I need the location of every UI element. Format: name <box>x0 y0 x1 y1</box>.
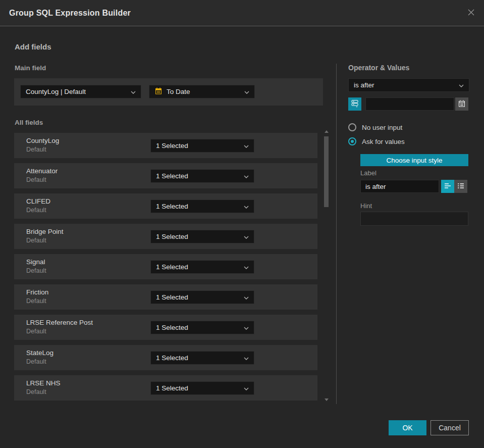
main-field-select-value: CountyLog | Default <box>26 88 127 95</box>
chevron-down-icon <box>244 88 249 95</box>
field-selected-value: 1 Selected <box>156 203 240 210</box>
field-selected-value: 1 Selected <box>156 324 240 331</box>
ok-button[interactable]: OK <box>389 420 426 435</box>
field-selected-dropdown[interactable]: 1 Selected <box>150 260 254 274</box>
date-field-select-value: To Date <box>167 88 240 95</box>
chevron-down-icon <box>244 263 249 271</box>
field-row: LRSE NHSDefault1 Selected <box>14 375 317 401</box>
chevron-down-icon <box>244 293 249 301</box>
field-row: AttenuatorDefault1 Selected <box>14 163 317 188</box>
scroll-up-arrow-icon[interactable] <box>325 130 329 133</box>
calendar-icon <box>458 99 466 109</box>
field-selected-value: 1 Selected <box>156 354 240 362</box>
chevron-down-icon <box>244 172 249 180</box>
chevron-down-icon <box>244 203 249 210</box>
main-field-label: Main field <box>15 64 46 72</box>
chevron-down-icon <box>244 354 249 362</box>
close-button[interactable] <box>465 7 477 19</box>
dialog-title: Group SQL Expression Builder <box>9 9 131 18</box>
chevron-down-icon <box>244 142 249 150</box>
radio-no-user-input[interactable]: No user input <box>348 123 402 131</box>
field-row: SignalDefault1 Selected <box>14 254 317 279</box>
radio-ask-for-values[interactable]: Ask for values <box>348 137 405 145</box>
field-selected-value: 1 Selected <box>156 384 240 392</box>
hint-input[interactable] <box>360 212 468 226</box>
radio-circle-icon <box>348 123 356 131</box>
all-fields-list: CountyLogDefault1 SelectedAttenuatorDefa… <box>14 133 317 406</box>
stacked-inputs-icon <box>351 99 359 109</box>
field-row: CountyLogDefault1 Selected <box>14 133 317 158</box>
field-row: StateLogDefault1 Selected <box>14 345 317 370</box>
label-input[interactable] <box>360 180 439 193</box>
main-field-box: CountyLog | Default To Date <box>14 78 323 106</box>
hint-section-title: Hint <box>360 202 372 210</box>
radio-label: Ask for values <box>362 138 405 145</box>
chevron-down-icon <box>244 384 249 392</box>
field-row: Bridge PointDefault1 Selected <box>14 224 317 249</box>
scroll-down-arrow-icon[interactable] <box>325 399 329 401</box>
chevron-down-icon <box>459 81 464 89</box>
field-selected-value: 1 Selected <box>156 263 240 271</box>
field-selected-dropdown[interactable]: 1 Selected <box>150 200 254 213</box>
field-selected-dropdown[interactable]: 1 Selected <box>150 351 254 365</box>
list-input-style-button[interactable] <box>454 180 467 193</box>
field-selected-value: 1 Selected <box>156 142 240 150</box>
operator-select[interactable]: is after <box>348 78 469 92</box>
field-selected-value: 1 Selected <box>156 233 240 240</box>
field-row: LRSE Reference PostDefault1 Selected <box>14 315 317 340</box>
chevron-down-icon <box>244 233 249 240</box>
field-selected-dropdown[interactable]: 1 Selected <box>150 381 254 395</box>
operator-values-panel: Operator & Values is after <box>348 64 469 72</box>
single-line-input-style-button[interactable] <box>441 180 454 193</box>
radio-label: No user input <box>362 124 402 131</box>
field-selected-dropdown[interactable]: 1 Selected <box>150 169 254 183</box>
all-fields-label: All fields <box>15 119 43 126</box>
list-scrollbar[interactable] <box>324 129 329 402</box>
date-picker-button[interactable] <box>455 97 468 111</box>
chevron-down-icon <box>244 324 249 331</box>
field-selected-value: 1 Selected <box>156 172 240 180</box>
chevron-down-icon <box>131 88 136 95</box>
operator-values-heading: Operator & Values <box>348 64 469 72</box>
field-selected-dropdown[interactable]: 1 Selected <box>150 139 254 153</box>
scrollbar-thumb[interactable] <box>324 136 329 207</box>
label-section-title: Label <box>360 169 377 177</box>
cancel-button[interactable]: Cancel <box>431 420 469 435</box>
field-row: FrictionDefault1 Selected <box>14 284 317 310</box>
radio-circle-icon <box>348 137 356 145</box>
calendar-icon <box>154 87 163 96</box>
title-bar: Group SQL Expression Builder <box>0 0 484 26</box>
choose-input-style-button[interactable]: Choose input style <box>360 154 468 166</box>
field-row: CLIFEDDefault1 Selected <box>14 193 317 219</box>
field-selected-dropdown[interactable]: 1 Selected <box>150 321 254 334</box>
date-field-select[interactable]: To Date <box>149 85 255 98</box>
add-fields-heading: Add fields <box>15 42 51 51</box>
bulleted-list-icon <box>457 182 465 191</box>
field-selected-dropdown[interactable]: 1 Selected <box>150 290 254 304</box>
align-left-icon <box>444 182 452 191</box>
input-type-button[interactable] <box>348 97 361 111</box>
close-icon <box>467 9 475 18</box>
date-value-input[interactable] <box>365 97 454 111</box>
value-row <box>348 97 469 111</box>
vertical-divider <box>336 64 337 404</box>
operator-select-value: is after <box>354 81 455 89</box>
field-selected-value: 1 Selected <box>156 293 240 301</box>
field-selected-dropdown[interactable]: 1 Selected <box>150 230 254 243</box>
main-field-select[interactable]: CountyLog | Default <box>20 85 141 98</box>
group-sql-expression-builder-dialog: Group SQL Expression Builder Add fields … <box>0 0 484 448</box>
